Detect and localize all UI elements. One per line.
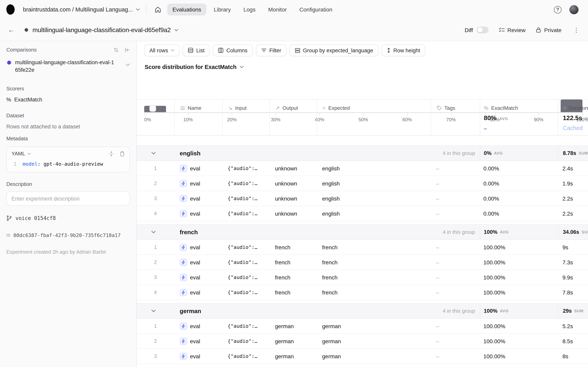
collapse-vertical-icon[interactable] <box>108 151 114 156</box>
diff-toggle[interactable] <box>476 26 488 33</box>
row-number: 4 <box>137 289 174 295</box>
tab-evaluations[interactable]: Evaluations <box>167 4 207 16</box>
tab-monitor[interactable]: Monitor <box>263 4 292 16</box>
row-name: eval <box>190 165 200 171</box>
experiment-id-row[interactable]: ID 80dc6387-fbaf-42f3-9b20-735f6c718a17 <box>6 232 130 238</box>
columns-button[interactable]: Columns <box>213 44 253 56</box>
input-cell: {"audio":… <box>222 210 269 217</box>
output-cell: unknown <box>269 165 317 171</box>
table-row[interactable]: 1eval{"audio":…germangerman–100.00%5.2s <box>137 319 588 334</box>
score-cell: 100.00% <box>480 323 558 329</box>
metadata-code-line[interactable]: 1 model: gpt-4o-audio-preview <box>7 158 130 172</box>
column-header-tags[interactable]: Tags <box>431 100 480 135</box>
duration-cell: 8s <box>558 353 588 359</box>
input-cell: {"audio":… <box>222 165 269 171</box>
experiment-titlebar: ← multilingual-language-classification-e… <box>0 19 588 41</box>
columns-icon <box>218 48 224 53</box>
private-button[interactable]: Private <box>536 27 562 33</box>
collapse-sidebar-icon[interactable] <box>124 47 130 52</box>
avatar[interactable] <box>569 5 579 14</box>
table-row[interactable]: 3eval{"audio":…frenchfrench–100.00%9.9s <box>137 270 588 285</box>
column-header-duration[interactable]: Duration 122.5s SUM Cached <box>558 100 588 135</box>
tab-configuration[interactable]: Configuration <box>294 4 338 16</box>
comparison-item[interactable]: multilingual-language-classification-eva… <box>6 59 130 74</box>
clock-icon <box>563 105 566 111</box>
sidebar: Comparisons multilingual-language-classi… <box>0 41 136 367</box>
avg-label: AVG <box>494 151 503 155</box>
help-icon[interactable]: ? <box>554 6 562 13</box>
scorer-item[interactable]: % ExactMatch <box>6 97 130 103</box>
row-name-cell: eval <box>174 210 222 217</box>
copy-icon[interactable] <box>120 151 125 156</box>
group-chevron-cell <box>137 231 174 234</box>
table-row[interactable]: 1eval{"audio":…unknownenglish–0.00%2.4s <box>137 161 588 176</box>
row-name-cell: eval <box>174 165 222 172</box>
filter-button[interactable]: Filter <box>256 44 286 56</box>
status-dot <box>25 28 28 32</box>
duration-cell: 2.2s <box>558 195 588 201</box>
group-by-button[interactable]: Group by expected_language <box>290 44 378 56</box>
column-header-name[interactable]: Name <box>174 100 222 135</box>
input-cell: {"audio":… <box>222 195 269 201</box>
expected-cell: french <box>317 274 431 280</box>
table-row[interactable]: 4eval{"audio":…frenchfrench–100.00%7.8s <box>137 285 588 300</box>
home-button[interactable] <box>152 4 164 15</box>
column-header-output[interactable]: ↗Output <box>269 100 317 135</box>
score-cell: 100.00% <box>480 289 558 295</box>
table-row[interactable]: 2eval{"audio":…frenchfrench–100.00%7.3s <box>137 255 588 270</box>
editor-mode-select[interactable]: YAML <box>11 150 31 157</box>
select-all-checkbox[interactable] <box>149 105 156 112</box>
dataset-label: Dataset <box>6 113 130 118</box>
list-view-button[interactable]: List <box>183 44 210 56</box>
input-cell: {"audio":… <box>222 180 269 186</box>
input-cell: {"audio":… <box>222 353 269 359</box>
row-name: eval <box>190 338 200 344</box>
table-row[interactable]: 2eval{"audio":…germangerman–100.00%8.5s <box>137 334 588 349</box>
table-row[interactable]: 1eval{"audio":…frenchfrench–100.00%9s <box>137 240 588 255</box>
row-name-cell: eval <box>174 352 222 360</box>
tab-logs[interactable]: Logs <box>238 4 261 16</box>
expected-cell: french <box>317 289 431 295</box>
chevron-down-icon <box>126 63 130 66</box>
metadata-label: Metadata <box>6 135 130 142</box>
sort-icon[interactable] <box>113 47 119 52</box>
sum-label: SUM <box>582 230 588 234</box>
tab-library[interactable]: Library <box>209 4 236 16</box>
column-header-exactmatch[interactable]: %ExactMatch 80% AVG – <box>480 100 558 135</box>
review-button[interactable]: Review <box>499 27 526 33</box>
table-row[interactable]: 3eval{"audio":…germangerman–100.00%8s <box>137 349 588 364</box>
back-button[interactable]: ← <box>8 26 15 34</box>
group-header-english[interactable]: english4 in this group0%AVG8.78sSUM <box>137 145 588 161</box>
group-chevron-cell <box>137 309 174 312</box>
braintrust-logo-icon[interactable] <box>6 4 15 15</box>
description-input[interactable] <box>6 192 130 206</box>
table-row[interactable]: 3eval{"audio":…unknownenglish–0.00%2.2s <box>137 191 588 206</box>
chevron-down-icon[interactable] <box>174 29 178 31</box>
table-row[interactable]: 4eval{"audio":…unknownenglish–0.00%2.2s <box>137 206 588 221</box>
more-options-button[interactable]: ⋮ <box>572 26 581 33</box>
dataset-note: Rows not attached to a dataset <box>6 124 130 130</box>
review-label: Review <box>507 27 526 33</box>
column-header-input[interactable]: ↘Input <box>222 100 269 135</box>
score-distribution-title[interactable]: Score distribution for ExactMatch <box>145 64 244 70</box>
duration-cell: 7.8s <box>558 289 588 295</box>
lock-icon <box>536 27 541 33</box>
score-cell: 100.00% <box>480 274 558 280</box>
column-header-expected[interactable]: =Expected <box>317 100 431 135</box>
table-row[interactable]: 2eval{"audio":…unknownenglish–0.00%1.9s <box>137 176 588 191</box>
tags-cell: – <box>431 338 480 344</box>
branch-row[interactable]: voice 0154cf8 <box>6 215 130 221</box>
project-switcher[interactable]: braintrustdata.com / Multilingual Langua… <box>23 6 140 13</box>
arrow-out-icon: ↗ <box>275 105 280 111</box>
results-table: Name ↘Input ↗Output =Expected Tags <box>137 99 588 364</box>
row-height-button[interactable]: Row height <box>381 44 425 56</box>
row-number: 1 <box>137 244 174 250</box>
group-header-german[interactable]: german4 in this group100%AVG29sSUM <box>137 303 588 319</box>
table-header: Name ↘Input ↗Output =Expected Tags <box>137 99 588 135</box>
all-rows-filter-button[interactable]: All rows <box>144 44 180 56</box>
expected-cell: english <box>317 195 431 201</box>
group-header-french[interactable]: french4 in this group100%AVG34.06sSUM <box>137 224 588 240</box>
tags-cell: – <box>431 289 480 295</box>
tags-cell: – <box>431 353 480 359</box>
row-name-cell: eval <box>174 180 222 187</box>
